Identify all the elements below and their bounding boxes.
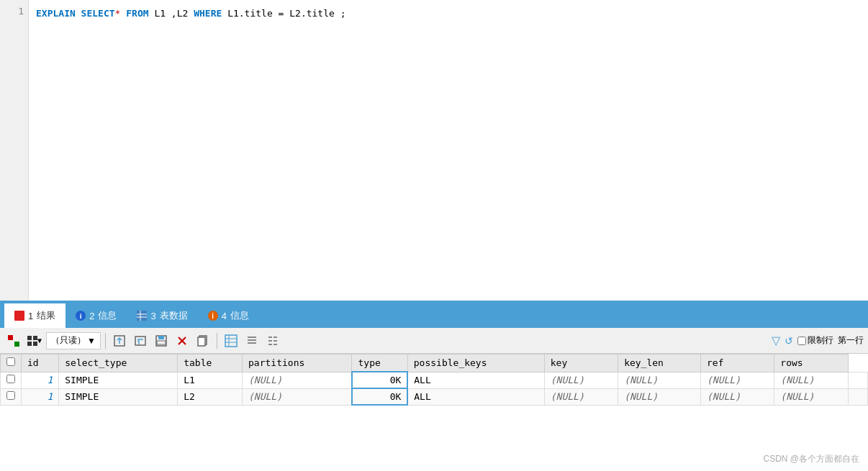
th-checkbox: [1, 355, 22, 372]
tab-tabledata[interactable]: 3 表数据: [127, 303, 197, 328]
keyword-explain: EXPLAIN SELECT: [36, 6, 115, 22]
row2-key-len: (NULL): [701, 388, 774, 405]
row1-possible-keys: (NULL): [544, 372, 618, 388]
separator-1: [105, 333, 106, 349]
row1-partitions: (NULL): [243, 372, 352, 388]
keyword-star: *: [115, 6, 121, 22]
row2-select-type: SIMPLE: [59, 388, 178, 405]
separator-2: [217, 333, 217, 349]
row1-select-type: SIMPLE: [59, 372, 178, 388]
row1-type: ALL: [407, 372, 544, 388]
table-header-row: id select_type table partitions type pos…: [1, 355, 868, 372]
code-tables: L1 ,L2: [154, 6, 194, 22]
tab-tabledata-number: 3: [150, 311, 155, 321]
row2-rows: [848, 388, 867, 405]
table-row[interactable]: 1 SIMPLE L1 (NULL) 0K ALL (NULL) (NULL) …: [1, 372, 868, 388]
svg-rect-20: [198, 337, 205, 346]
toolbar-btn-grid[interactable]: ▼: [25, 331, 44, 350]
row1-checkbox[interactable]: [6, 375, 15, 383]
row2-partitions-num: 0K: [352, 388, 407, 405]
row2-checkbox-cell: [1, 388, 22, 405]
row2-ref: (NULL): [774, 388, 848, 405]
row2-id: 1: [22, 388, 59, 405]
th-rows: rows: [774, 355, 848, 372]
tab-result-label: 结果: [37, 309, 55, 322]
tab-result[interactable]: 1 结果: [4, 303, 65, 328]
limit-label: 限制行: [808, 334, 833, 347]
readonly-dropdown[interactable]: （只读） ▼: [46, 332, 101, 349]
readonly-label: （只读）: [51, 334, 86, 347]
row2-table: L2: [178, 388, 243, 405]
toolbar-btn-form-view[interactable]: [243, 331, 261, 350]
toolbar-btn-col-view[interactable]: [263, 331, 282, 350]
toolbar-right: ▽ ↺ 限制行 第一行: [772, 334, 864, 347]
toolbar-btn-delete[interactable]: [173, 331, 191, 350]
th-id: id: [22, 355, 59, 372]
row2-type: ALL: [407, 388, 544, 405]
bottom-panel: 1 结果 i 2 信息 3 表数据 i 4 信息: [0, 302, 868, 471]
code-line-1: EXPLAIN SELECT * FROM L1 ,L2 WHERE L1.ti…: [36, 6, 861, 22]
toolbar-btn-grid-view[interactable]: [222, 331, 240, 350]
th-partitions: partitions: [243, 355, 352, 372]
tab-info1-number: 2: [89, 311, 94, 321]
tab-bar: 1 结果 i 2 信息 3 表数据 i 4 信息: [0, 303, 868, 328]
svg-rect-12: [135, 337, 145, 345]
svg-rect-4: [8, 335, 13, 340]
header-checkbox[interactable]: [6, 357, 15, 366]
result-table: id select_type table partitions type pos…: [0, 354, 868, 406]
result-icon: [14, 311, 24, 321]
row1-table: L1: [178, 372, 243, 388]
info2-icon: i: [208, 311, 218, 321]
th-key-len: key_len: [618, 355, 701, 372]
result-table-container: id select_type table partitions type pos…: [0, 354, 868, 406]
row1-rows: [848, 372, 867, 388]
dropdown-arrow: ▼: [87, 336, 96, 346]
filter-icon[interactable]: ▽: [772, 334, 780, 347]
row1-partitions-num: 0K: [352, 372, 407, 388]
th-table: table: [178, 355, 243, 372]
th-type: type: [352, 355, 407, 372]
row2-key: (NULL): [618, 388, 701, 405]
toolbar-btn-save[interactable]: [152, 331, 171, 350]
toolbar-btn-copy[interactable]: [194, 331, 212, 350]
table-row[interactable]: 1 SIMPLE L2 (NULL) 0K ALL (NULL) (NULL) …: [1, 388, 868, 405]
row1-key-len: (NULL): [701, 372, 774, 388]
first-row-label: 第一行: [838, 334, 864, 347]
svg-rect-15: [158, 336, 164, 339]
row2-checkbox[interactable]: [6, 391, 15, 400]
row1-key: (NULL): [618, 372, 701, 388]
tab-info1-label: 信息: [98, 309, 117, 322]
svg-rect-21: [225, 335, 237, 347]
toolbar-btn-export[interactable]: [110, 331, 129, 350]
svg-rect-16: [157, 341, 166, 344]
svg-rect-6: [27, 336, 32, 340]
keyword-where: WHERE: [194, 6, 227, 22]
info1-icon: i: [76, 311, 86, 321]
result-toolbar: ▼ （只读） ▼: [0, 328, 868, 354]
tab-info1[interactable]: i 2 信息: [65, 303, 127, 328]
table-body: 1 SIMPLE L1 (NULL) 0K ALL (NULL) (NULL) …: [1, 372, 868, 405]
code-content[interactable]: EXPLAIN SELECT * FROM L1 ,L2 WHERE L1.ti…: [29, 0, 868, 301]
row1-id: 1: [22, 372, 59, 388]
line-numbers: 1: [0, 0, 29, 301]
tabledata-icon: [137, 311, 147, 321]
checkbox-limit[interactable]: 限制行: [797, 334, 833, 347]
toolbar-btn-filter[interactable]: [131, 331, 150, 350]
limit-checkbox[interactable]: [797, 337, 806, 345]
watermark: CSDN @各个方面都自在: [763, 453, 859, 465]
th-ref: ref: [701, 355, 774, 372]
tab-info2-number: 4: [222, 311, 227, 321]
row1-ref: (NULL): [774, 372, 848, 388]
tab-result-number: 1: [28, 311, 33, 321]
toolbar-btn-redgreen[interactable]: [4, 331, 23, 350]
th-select-type: select_type: [59, 355, 178, 372]
tab-info2[interactable]: i 4 信息: [198, 303, 259, 328]
line-number-1: 1: [0, 6, 24, 17]
tab-info2-label: 信息: [230, 309, 249, 322]
keyword-from: FROM: [120, 6, 154, 22]
row2-possible-keys: (NULL): [544, 388, 618, 405]
editor-area: 1 EXPLAIN SELECT * FROM L1 ,L2 WHERE L1.…: [0, 0, 868, 302]
code-condition: L1.title = L2.title ;: [227, 6, 345, 22]
svg-rect-5: [14, 342, 19, 347]
refresh-icon[interactable]: ↺: [785, 335, 793, 347]
